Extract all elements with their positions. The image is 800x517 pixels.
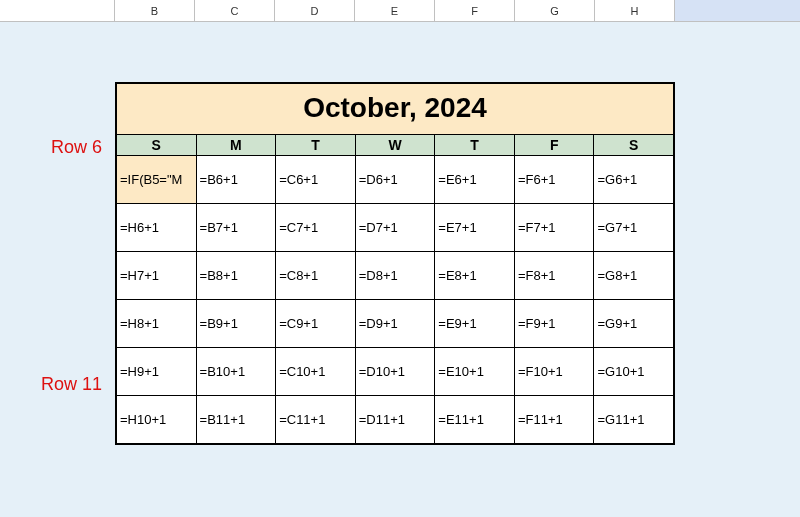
dow-tue: T: [276, 135, 356, 155]
cell-h10[interactable]: =G10+1: [594, 348, 673, 395]
cell-c8[interactable]: =B8+1: [197, 252, 277, 299]
cell-b8[interactable]: =H7+1: [117, 252, 197, 299]
row-label-11: Row 11: [0, 374, 110, 395]
cell-g7[interactable]: =F7+1: [515, 204, 595, 251]
calendar-title: October, 2024: [117, 84, 673, 135]
calendar-row-7: =H6+1 =B7+1 =C7+1 =D7+1 =E7+1 =F7+1 =G7+…: [117, 203, 673, 251]
sheet-area: Row 6 Row 11 October, 2024 S M T W T F S…: [0, 22, 800, 445]
cell-d6[interactable]: =C6+1: [276, 156, 356, 203]
col-header-f[interactable]: F: [435, 0, 515, 22]
col-header-g[interactable]: G: [515, 0, 595, 22]
calendar-row-10: =H9+1 =B10+1 =C10+1 =D10+1 =E10+1 =F10+1…: [117, 347, 673, 395]
cell-d10[interactable]: =C10+1: [276, 348, 356, 395]
cell-b6[interactable]: =IF(B5="M: [117, 156, 197, 203]
cell-g11[interactable]: =F11+1: [515, 396, 595, 443]
row-label-6: Row 6: [0, 137, 110, 158]
calendar-row-11: =H10+1 =B11+1 =C11+1 =D11+1 =E11+1 =F11+…: [117, 395, 673, 443]
col-header-blank[interactable]: [675, 0, 800, 22]
cell-d11[interactable]: =C11+1: [276, 396, 356, 443]
dow-wed: W: [356, 135, 436, 155]
dow-mon: M: [197, 135, 277, 155]
cell-c10[interactable]: =B10+1: [197, 348, 277, 395]
cell-g8[interactable]: =F8+1: [515, 252, 595, 299]
calendar: October, 2024 S M T W T F S =IF(B5="M =B…: [115, 82, 675, 445]
cell-f10[interactable]: =E10+1: [435, 348, 515, 395]
cell-f6[interactable]: =E6+1: [435, 156, 515, 203]
cell-f7[interactable]: =E7+1: [435, 204, 515, 251]
cell-d8[interactable]: =C8+1: [276, 252, 356, 299]
cell-h7[interactable]: =G7+1: [594, 204, 673, 251]
calendar-row-6: =IF(B5="M =B6+1 =C6+1 =D6+1 =E6+1 =F6+1 …: [117, 155, 673, 203]
calendar-row-9: =H8+1 =B9+1 =C9+1 =D9+1 =E9+1 =F9+1 =G9+…: [117, 299, 673, 347]
cell-g6[interactable]: =F6+1: [515, 156, 595, 203]
col-header-c[interactable]: C: [195, 0, 275, 22]
cell-e8[interactable]: =D8+1: [356, 252, 436, 299]
cell-d9[interactable]: =C9+1: [276, 300, 356, 347]
dow-thu: T: [435, 135, 515, 155]
weekday-header-row: S M T W T F S: [117, 135, 673, 155]
cell-h11[interactable]: =G11+1: [594, 396, 673, 443]
cell-b9[interactable]: =H8+1: [117, 300, 197, 347]
cell-f9[interactable]: =E9+1: [435, 300, 515, 347]
cell-e11[interactable]: =D11+1: [356, 396, 436, 443]
col-header-e[interactable]: E: [355, 0, 435, 22]
dow-sat: S: [594, 135, 673, 155]
cell-e7[interactable]: =D7+1: [356, 204, 436, 251]
cell-h9[interactable]: =G9+1: [594, 300, 673, 347]
cell-b10[interactable]: =H9+1: [117, 348, 197, 395]
calendar-row-8: =H7+1 =B8+1 =C8+1 =D8+1 =E8+1 =F8+1 =G8+…: [117, 251, 673, 299]
cell-e6[interactable]: =D6+1: [356, 156, 436, 203]
cell-e10[interactable]: =D10+1: [356, 348, 436, 395]
cell-c11[interactable]: =B11+1: [197, 396, 277, 443]
cell-g10[interactable]: =F10+1: [515, 348, 595, 395]
corner-stub: [0, 0, 115, 22]
col-header-d[interactable]: D: [275, 0, 355, 22]
col-header-b[interactable]: B: [115, 0, 195, 22]
cell-h8[interactable]: =G8+1: [594, 252, 673, 299]
dow-sun: S: [117, 135, 197, 155]
cell-h6[interactable]: =G6+1: [594, 156, 673, 203]
cell-e9[interactable]: =D9+1: [356, 300, 436, 347]
cell-c6[interactable]: =B6+1: [197, 156, 277, 203]
cell-b11[interactable]: =H10+1: [117, 396, 197, 443]
cell-d7[interactable]: =C7+1: [276, 204, 356, 251]
dow-fri: F: [515, 135, 595, 155]
cell-c9[interactable]: =B9+1: [197, 300, 277, 347]
cell-f11[interactable]: =E11+1: [435, 396, 515, 443]
cell-c7[interactable]: =B7+1: [197, 204, 277, 251]
cell-f8[interactable]: =E8+1: [435, 252, 515, 299]
col-header-h[interactable]: H: [595, 0, 675, 22]
cell-g9[interactable]: =F9+1: [515, 300, 595, 347]
column-header-row: B C D E F G H: [0, 0, 800, 22]
cell-b7[interactable]: =H6+1: [117, 204, 197, 251]
